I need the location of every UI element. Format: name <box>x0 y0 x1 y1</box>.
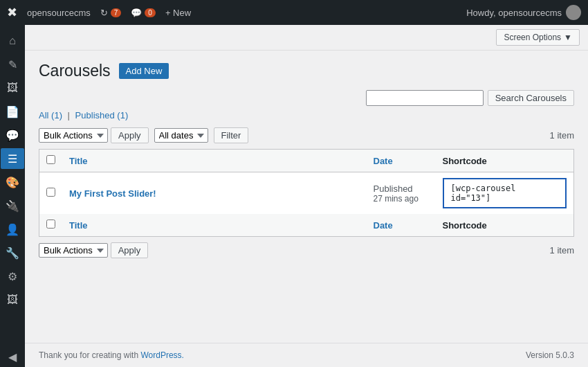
sep1: | <box>68 110 70 120</box>
col-footer-date: Date <box>367 214 436 237</box>
tablenav-top: Bulk Actions Apply All dates Filter 1 it… <box>39 127 574 143</box>
apply-button-bottom[interactable]: Apply <box>111 242 149 258</box>
adminbar-new[interactable]: + New <box>165 8 191 18</box>
col-header-date: Date <box>367 150 436 172</box>
media2-icon[interactable]: 🖼 <box>1 289 24 310</box>
appearance-icon[interactable]: 🎨 <box>1 172 24 193</box>
post-title-link[interactable]: My First Post Slider! <box>69 188 156 199</box>
shortcode-footer-label: Shortcode <box>443 220 487 231</box>
page-content: Carousels Add New Search Carousels All (… <box>25 51 588 343</box>
dashboard-icon[interactable]: ⌂ <box>1 30 24 51</box>
col-header-title: Title <box>62 150 367 172</box>
col-header-shortcode: Shortcode <box>436 150 574 172</box>
page-header: Carousels Add New <box>39 62 574 80</box>
filter-button[interactable]: Filter <box>214 127 249 143</box>
plugins-icon[interactable]: 🔌 <box>1 195 24 216</box>
all-filter-link[interactable]: All (1) <box>39 110 62 120</box>
date-status: Published <box>374 184 429 194</box>
screen-options-button[interactable]: Screen Options ▼ <box>496 29 580 46</box>
select-all-checkbox-top[interactable] <box>46 155 55 164</box>
screen-options-arrow: ▼ <box>564 33 572 42</box>
search-area: Search Carousels <box>39 90 574 106</box>
dates-select[interactable]: All dates <box>154 128 208 143</box>
search-button[interactable]: Search Carousels <box>488 90 574 106</box>
adminbar-updates[interactable]: ↻ 7 <box>100 8 122 18</box>
col-footer-title: Title <box>62 214 367 237</box>
tablenav-bottom: Bulk Actions Apply 1 item <box>39 242 574 258</box>
shortcode-highlight-box: [wcp-carousel id="13"] <box>443 178 567 208</box>
row-shortcode-cell: [wcp-carousel id="13"] <box>436 172 574 215</box>
users-icon[interactable]: 👤 <box>1 219 24 240</box>
bulk-actions-top: Bulk Actions Apply <box>39 127 149 143</box>
carousels-icon[interactable]: ☰ <box>1 148 24 169</box>
adminbar-comments[interactable]: 💬 0 <box>131 8 156 18</box>
carousels-table: Title Date Shortcode <box>39 149 574 237</box>
howdy-text: Howdy, opensourcecms <box>466 8 562 18</box>
date-sort-link[interactable]: Date <box>374 156 393 166</box>
updates-icon: ↻ <box>100 8 108 18</box>
row-checkbox-cell <box>39 172 63 215</box>
posts-icon[interactable]: ✎ <box>1 54 24 75</box>
adminbar-site[interactable]: opensourcecms <box>27 8 91 18</box>
screen-options-label: Screen Options <box>504 33 561 42</box>
col-footer-cb <box>39 214 63 237</box>
collapse-icon[interactable]: ◀ <box>1 346 24 367</box>
title-sort-link[interactable]: Title <box>69 156 88 166</box>
wp-logo-icon[interactable]: ✖ <box>7 5 17 20</box>
comments-count: 0 <box>145 8 156 17</box>
bulk-actions-bottom: Bulk Actions Apply <box>39 242 148 258</box>
date-sort-link-bottom[interactable]: Date <box>374 220 393 231</box>
row-date-cell: Published 27 mins ago <box>367 172 436 215</box>
version-text: Version 5.0.3 <box>526 350 574 360</box>
admin-bar: ✖ opensourcecms ↻ 7 💬 0 + New Howdy, ope… <box>0 0 588 25</box>
col-header-cb <box>39 150 63 172</box>
bulk-actions-select-top[interactable]: Bulk Actions <box>39 128 108 143</box>
search-input[interactable] <box>366 90 484 106</box>
date-time-ago: 27 mins ago <box>374 194 429 204</box>
table-row: My First Post Slider! Published 27 mins … <box>39 172 574 215</box>
item-count-bottom: 1 item <box>550 245 574 256</box>
published-filter-link[interactable]: Published (1) <box>75 110 129 120</box>
wordpress-link[interactable]: WordPress. <box>140 350 183 360</box>
sidebar: ⌂ ✎ 🖼 📄 💬 ☰ 🎨 🔌 👤 🔧 ⚙ 🖼 ◀ <box>0 25 25 367</box>
page-footer: Thank you for creating with WordPress. V… <box>25 343 588 367</box>
table-foot: Title Date Shortcode <box>39 214 574 237</box>
shortcode-col-label: Shortcode <box>443 156 487 166</box>
content-area: Screen Options ▼ Carousels Add New Searc… <box>25 25 588 367</box>
row-checkbox[interactable] <box>46 188 55 197</box>
updates-count: 7 <box>111 8 122 17</box>
page-title: Carousels <box>39 62 111 80</box>
tools-icon[interactable]: 🔧 <box>1 242 24 263</box>
media-icon[interactable]: 🖼 <box>1 78 24 98</box>
shortcode-value: [wcp-carousel id="13"] <box>451 184 559 203</box>
site-name: opensourcecms <box>27 8 91 18</box>
pages-icon[interactable]: 📄 <box>1 101 24 122</box>
filter-links: All (1) | Published (1) <box>39 110 574 120</box>
item-count-top: 1 item <box>550 130 574 141</box>
bulk-actions-select-bottom[interactable]: Bulk Actions <box>39 243 108 258</box>
table-body: My First Post Slider! Published 27 mins … <box>39 172 574 215</box>
title-sort-link-bottom[interactable]: Title <box>69 220 88 231</box>
comments-icon: 💬 <box>131 8 142 18</box>
apply-button-top[interactable]: Apply <box>111 127 149 143</box>
footer-text: Thank you for creating with WordPress. <box>39 350 184 360</box>
select-all-checkbox-bottom[interactable] <box>46 220 55 229</box>
screen-options-bar: Screen Options ▼ <box>25 25 588 51</box>
avatar <box>566 5 581 20</box>
col-footer-shortcode: Shortcode <box>436 214 574 237</box>
add-new-button[interactable]: Add New <box>119 63 169 79</box>
settings-icon[interactable]: ⚙ <box>1 266 24 287</box>
comments-icon[interactable]: 💬 <box>1 125 24 145</box>
table-head: Title Date Shortcode <box>39 150 574 172</box>
row-title-cell: My First Post Slider! <box>62 172 367 215</box>
